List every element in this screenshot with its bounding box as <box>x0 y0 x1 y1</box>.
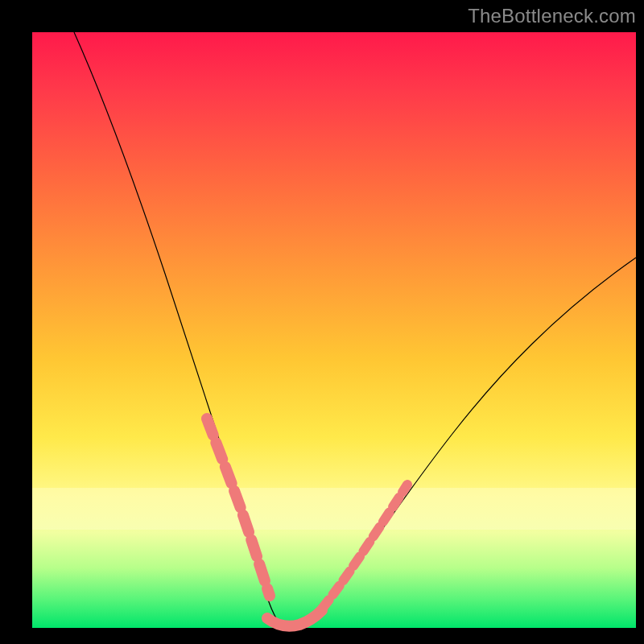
chart-frame: TheBottleneck.com <box>0 0 644 644</box>
watermark-text: TheBottleneck.com <box>468 5 636 27</box>
marker-left-arm <box>207 419 270 596</box>
bottleneck-curve-path <box>74 32 636 627</box>
marker-right-arm <box>322 485 407 609</box>
plot-area <box>32 32 636 628</box>
curve-svg <box>32 32 636 628</box>
marker-base <box>267 610 322 626</box>
